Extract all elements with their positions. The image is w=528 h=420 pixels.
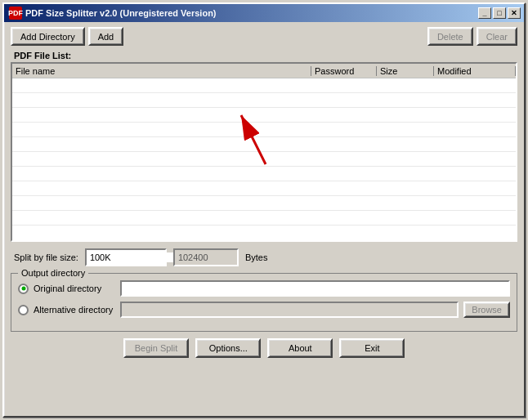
options-button[interactable]: Options... (195, 338, 261, 358)
app-icon: PDF (9, 7, 22, 20)
original-directory-radio[interactable] (18, 284, 29, 294)
begin-split-button[interactable]: Begin Split (123, 338, 190, 358)
col-filename: File name (12, 66, 311, 76)
file-list-body (12, 78, 516, 240)
alternative-directory-radio[interactable] (18, 305, 29, 315)
bytes-value-field: 102400 (173, 248, 239, 266)
table-row (12, 137, 516, 152)
file-list-header: File name Password Size Modified (12, 64, 516, 78)
about-button[interactable]: About (267, 338, 333, 358)
bytes-label: Bytes (245, 252, 268, 262)
table-row (12, 196, 516, 211)
title-bar-left: PDF PDF Size Splitter v2.0 (Unregistered… (9, 7, 217, 20)
add-directory-button[interactable]: Add Directory (11, 27, 85, 46)
file-list-panel: File name Password Size Modified (11, 62, 517, 242)
window-title: PDF Size Splitter v2.0 (Unregistered Ver… (25, 8, 217, 18)
col-modified: Modified (434, 66, 516, 76)
title-bar: PDF PDF Size Splitter v2.0 (Unregistered… (4, 4, 524, 22)
split-row: Split by file size: ▼ 102400 Bytes (11, 248, 517, 266)
clear-button[interactable]: Clear (477, 27, 517, 46)
add-button[interactable]: Add (88, 27, 124, 46)
split-size-combo[interactable]: ▼ (85, 248, 167, 266)
maximize-button[interactable]: □ (493, 7, 506, 19)
col-password: Password (311, 66, 377, 76)
table-row (12, 78, 516, 93)
table-row (12, 167, 516, 181)
main-window: PDF PDF Size Splitter v2.0 (Unregistered… (2, 2, 526, 418)
table-row (12, 152, 516, 167)
split-label: Split by file size: (14, 252, 78, 262)
toolbar: Add Directory Add Delete Clear (11, 27, 517, 46)
original-directory-label: Original directory (34, 284, 115, 293)
table-row (12, 181, 516, 196)
exit-button[interactable]: Exit (339, 338, 405, 358)
bottom-buttons: Begin Split Options... About Exit (11, 338, 517, 358)
content-area: Add Directory Add Delete Clear PDF File … (4, 22, 524, 364)
output-directory-group: Output directory Original directory Alte… (11, 273, 517, 332)
alternative-directory-label: Alternative directory (34, 305, 115, 315)
minimize-button[interactable]: _ (478, 7, 491, 19)
title-controls: _ □ ✕ (478, 7, 521, 19)
table-row (12, 123, 516, 137)
output-directory-legend: Output directory (18, 268, 88, 278)
original-directory-input[interactable] (120, 280, 510, 297)
delete-button[interactable]: Delete (427, 27, 473, 46)
alternative-directory-row: Alternative directory Browse (18, 302, 510, 318)
table-row (12, 108, 516, 123)
table-row (12, 93, 516, 108)
close-button[interactable]: ✕ (508, 7, 521, 19)
original-directory-row: Original directory (18, 280, 510, 297)
pdf-file-list-label: PDF File List: (14, 51, 71, 60)
col-size: Size (377, 66, 434, 76)
alternative-directory-input[interactable] (120, 302, 459, 318)
browse-button[interactable]: Browse (463, 302, 510, 318)
table-row (12, 211, 516, 226)
